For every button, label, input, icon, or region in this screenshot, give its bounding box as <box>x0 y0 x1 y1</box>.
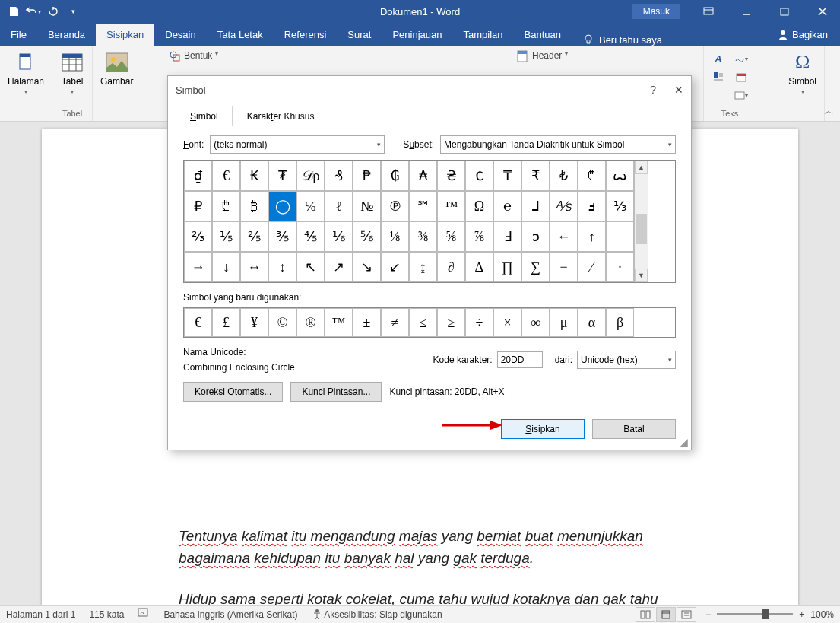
recent-symbol-cell[interactable]: ™ <box>325 308 353 337</box>
symbol-cell[interactable]: ∂ <box>437 252 465 282</box>
cancel-button[interactable]: Batal <box>592 419 676 439</box>
close-button[interactable] <box>805 0 840 23</box>
help-button[interactable]: ? <box>650 84 656 96</box>
symbol-cell[interactable]: ℮ <box>493 191 521 221</box>
symbol-cell[interactable]: ∙ <box>606 252 634 282</box>
tab-bantuan[interactable]: Bantuan <box>514 24 572 46</box>
symbol-cell[interactable]: ⅍ <box>550 191 578 221</box>
close-icon[interactable]: ✕ <box>674 84 683 96</box>
tab-sisipkan[interactable]: Sisipkan <box>96 24 154 46</box>
symbol-cell[interactable]: ₸ <box>493 161 521 191</box>
zoom-level[interactable]: 100% <box>810 609 834 620</box>
shortcut-key-button[interactable]: Kunci Pintasan... <box>290 382 382 402</box>
symbol-cell[interactable]: ← <box>550 221 578 252</box>
symbol-cell[interactable]: ⅖ <box>240 221 268 252</box>
symbol-cell[interactable]: ₽ <box>184 191 212 221</box>
symbol-cell[interactable]: ₾ <box>578 161 606 191</box>
symbol-cell[interactable]: ℅ <box>296 191 325 221</box>
symbol-cell[interactable]: ↘ <box>353 252 381 282</box>
symbol-cell[interactable]: ◯ <box>268 191 296 221</box>
resize-grip-icon[interactable]: ◢ <box>680 438 689 447</box>
symbol-cell[interactable]: Ⅎ <box>493 221 521 252</box>
recent-symbol-cell[interactable]: ≠ <box>381 308 409 337</box>
symbol-cell[interactable]: ₾ <box>212 191 240 221</box>
symbol-cell[interactable]: ℓ <box>325 191 353 221</box>
collapse-ribbon-icon[interactable]: ︿ <box>824 104 834 118</box>
symbol-cell[interactable]: ℗ <box>381 191 409 221</box>
symbol-cell[interactable]: ℠ <box>409 191 437 221</box>
symbol-cell[interactable]: ₮ <box>268 161 296 191</box>
recent-symbol-cell[interactable]: ® <box>296 308 325 337</box>
symbol-cell[interactable]: ⅕ <box>212 221 240 252</box>
zoom-in-button[interactable]: + <box>799 609 804 620</box>
symbol-cell[interactable]: ₿ <box>240 191 268 221</box>
symbol-cell[interactable]: ₲ <box>381 161 409 191</box>
symbol-cell[interactable]: ⅘ <box>296 221 325 252</box>
symbol-cell[interactable]: ∏ <box>493 252 521 282</box>
paragraph[interactable]: Tentunya kalimat itu mengandung majas ya… <box>179 525 661 570</box>
recent-symbol-cell[interactable]: ÷ <box>465 308 493 337</box>
web-layout-icon[interactable] <box>677 607 696 622</box>
symbol-cell[interactable]: ↑ <box>578 221 606 252</box>
header-label[interactable]: Header <box>532 50 562 62</box>
symbol-scrollbar[interactable]: ▲ ▼ <box>634 161 648 282</box>
simbol-button[interactable]: Ω Simbol ▾ <box>785 49 819 97</box>
symbol-cell[interactable]: ₺ <box>550 161 578 191</box>
page-count[interactable]: Halaman 1 dari 1 <box>6 609 75 620</box>
symbol-cell[interactable]: № <box>353 191 381 221</box>
text-effect-icon[interactable]: A <box>710 50 727 67</box>
scroll-up-icon[interactable]: ▲ <box>635 161 648 174</box>
tab-surat[interactable]: Surat <box>337 24 382 46</box>
spellcheck-icon[interactable] <box>138 608 150 621</box>
symbol-cell[interactable]: ⅎ <box>578 191 606 221</box>
symbol-cell[interactable]: 𝒟ρ <box>296 161 325 191</box>
tab-tampilan[interactable]: Tampilan <box>453 24 514 46</box>
symbol-cell[interactable]: ⅛ <box>381 221 409 252</box>
undo-icon[interactable]: ▾ <box>24 2 43 21</box>
save-icon[interactable] <box>5 2 23 21</box>
tab-referensi[interactable]: Referensi <box>274 24 338 46</box>
symbol-cell[interactable]: ∕ <box>578 252 606 282</box>
print-layout-icon[interactable] <box>656 607 676 622</box>
symbol-cell[interactable]: ↓ <box>212 252 240 282</box>
recent-symbol-cell[interactable]: ≤ <box>409 308 437 337</box>
tab-desain[interactable]: Desain <box>154 24 206 46</box>
subset-select[interactable]: Mengabungkan Tanda Diakritik untuk Simbo… <box>440 135 676 154</box>
signature-line-icon[interactable]: ▾ <box>733 50 750 67</box>
dialog-tab-simbol[interactable]: Simbol <box>176 106 233 126</box>
symbol-cell[interactable]: ₭ <box>240 161 268 191</box>
symbol-cell[interactable]: ↖ <box>296 252 325 282</box>
character-code-input[interactable]: 20DD <box>497 351 543 368</box>
symbol-cell[interactable]: ⅝ <box>437 221 465 252</box>
word-count[interactable]: 115 kata <box>89 609 124 620</box>
tabel-button[interactable]: Tabel ▾ <box>57 49 87 97</box>
ribbon-display-options-icon[interactable] <box>691 0 726 23</box>
symbol-cell[interactable]: ₵ <box>465 161 493 191</box>
symbol-cell[interactable]: ↕ <box>268 252 296 282</box>
zoom-slider[interactable] <box>717 613 793 615</box>
recent-symbol-cell[interactable]: € <box>184 308 212 337</box>
recent-symbol-cell[interactable]: ∞ <box>521 308 550 337</box>
recent-symbol-cell[interactable]: × <box>493 308 521 337</box>
tab-peninjauan[interactable]: Peninjauan <box>382 24 452 46</box>
symbol-cell[interactable]: ↨ <box>409 252 437 282</box>
repeat-icon[interactable] <box>44 2 62 21</box>
symbol-cell[interactable]: € <box>212 161 240 191</box>
symbol-cell[interactable]: ₰ <box>325 161 353 191</box>
symbol-cell[interactable]: ∆ <box>465 252 493 282</box>
symbol-cell[interactable]: ₳ <box>409 161 437 191</box>
halaman-button[interactable]: Halaman ▾ <box>5 49 47 97</box>
paragraph[interactable]: Hidup sama seperti kotak cokelat, cuma t… <box>179 588 661 605</box>
scroll-down-icon[interactable]: ▼ <box>635 269 648 282</box>
sign-in-button[interactable]: Masuk <box>632 4 680 19</box>
recent-symbol-cell[interactable]: α <box>578 308 606 337</box>
tab-tata-letak[interactable]: Tata Letak <box>207 24 274 46</box>
symbol-cell[interactable]: Ω <box>465 191 493 221</box>
symbol-cell[interactable]: ↔ <box>240 252 268 282</box>
symbol-cell[interactable]: ⅞ <box>465 221 493 252</box>
dropcap-icon[interactable] <box>710 68 727 85</box>
symbol-cell[interactable]: − <box>550 252 578 282</box>
symbol-cell[interactable]: ꙍ <box>606 161 634 191</box>
recent-symbol-cell[interactable]: ≥ <box>437 308 465 337</box>
symbol-cell[interactable]: ↗ <box>325 252 353 282</box>
